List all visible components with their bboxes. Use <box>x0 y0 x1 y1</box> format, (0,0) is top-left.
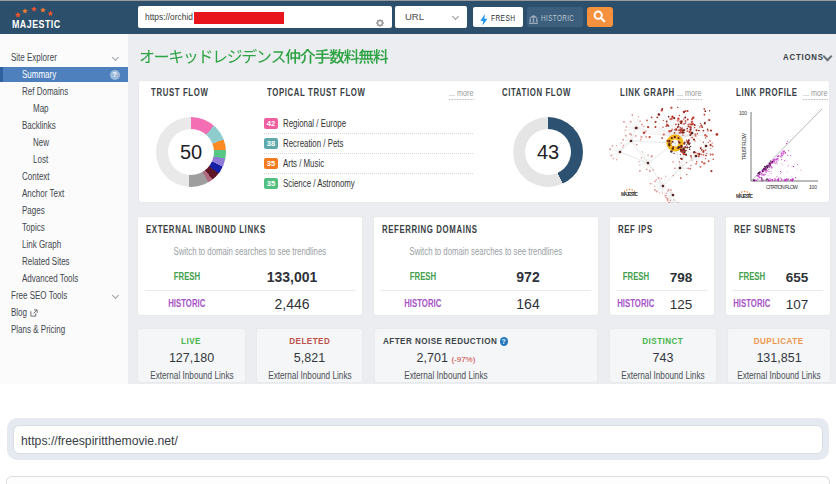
svg-text:100: 100 <box>809 184 817 190</box>
svg-text:MAJESTIC: MAJESTIC <box>736 194 754 199</box>
svg-text:TRUST FLOW: TRUST FLOW <box>741 133 747 160</box>
svg-text:100: 100 <box>739 110 747 116</box>
svg-text:MAJESTIC: MAJESTIC <box>621 192 639 197</box>
svg-text:CITATION FLOW: CITATION FLOW <box>766 184 798 190</box>
